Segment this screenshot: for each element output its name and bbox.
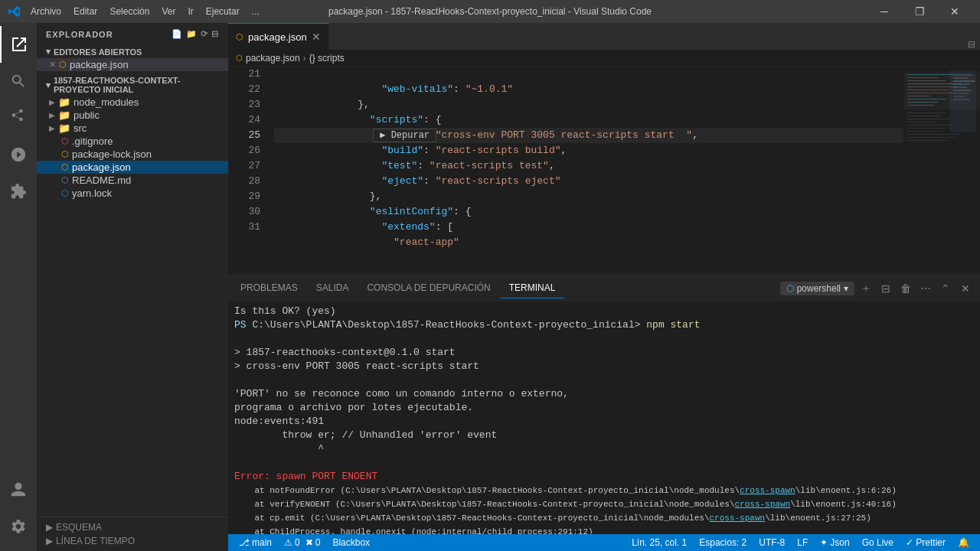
powershell-icon: ⬡: [786, 283, 794, 294]
menu-archivo[interactable]: Archivo: [24, 3, 67, 20]
svg-rect-25: [953, 77, 969, 79]
terminal-trash-icon[interactable]: 🗑: [897, 280, 914, 297]
file-git-icon: ⬡: [61, 136, 69, 146]
terminal-content[interactable]: Is this OK? (yes) PS C:\Users\PLANTA\Des…: [228, 302, 980, 534]
breadcrumb-path[interactable]: {} scripts: [309, 53, 345, 64]
tree-package-json[interactable]: ⬡ package.json: [37, 161, 228, 174]
svg-rect-19: [907, 131, 942, 132]
activity-explorer[interactable]: [0, 26, 37, 63]
close-file-icon[interactable]: ✕: [49, 60, 56, 70]
terminal-split-icon[interactable]: ⊟: [877, 280, 894, 297]
depurar-hover[interactable]: ▶ Depurar: [373, 129, 436, 142]
svg-rect-30: [953, 93, 969, 94]
menu-editar[interactable]: Editar: [67, 3, 103, 20]
minimize-button[interactable]: ─: [867, 0, 902, 23]
file-md-icon: ⬡: [61, 175, 69, 185]
tree-package-lock[interactable]: ⬡ package-lock.json: [37, 148, 228, 161]
line-num-24: 24: [228, 112, 260, 128]
sidebar-refresh-icon[interactable]: ⟳: [201, 29, 208, 39]
editor-area: ⬡ package.json ✕ ⊟ ⬡ package.json › {} s…: [228, 23, 980, 551]
terminal-line-14: at verifyENOENT (C:\Users\PLANTA\Desktop…: [234, 497, 974, 511]
status-encoding[interactable]: UTF-8: [754, 534, 789, 551]
terminal-line-0: Is this OK? (yes): [234, 305, 974, 318]
activity-extensions[interactable]: [0, 173, 37, 210]
svg-rect-18: [907, 128, 946, 129]
error-icon: ⚠: [284, 537, 292, 548]
sidebar: EXPLORADOR 📄 📁 ⟳ ⊟ ▾ EDITORES ABIERTOS ✕…: [37, 23, 228, 551]
menu-ejecutar[interactable]: Ejecutar: [200, 3, 246, 20]
status-golive[interactable]: Go Live: [858, 534, 898, 551]
open-editors-chevron-icon: ▾: [46, 47, 51, 57]
tree-readme[interactable]: ⬡ README.md: [37, 174, 228, 187]
sidebar-schema[interactable]: ▶ ESQUEMA: [37, 520, 228, 534]
status-prettier[interactable]: ✓ Prettier: [901, 534, 950, 551]
tree-public[interactable]: ▶ 📁 public: [37, 109, 228, 122]
line-num-23: 23: [228, 97, 260, 112]
code-content[interactable]: "web-vitals": "~1.0.1" }, "scripts": { ▶…: [266, 67, 903, 274]
open-file-package-json[interactable]: ✕ ⬡ package.json: [37, 58, 228, 71]
editor-layout-icon[interactable]: ⊟: [963, 39, 980, 50]
panel: PROBLEMAS SALIDA CONSOLA DE DEPURACIÓN T…: [228, 274, 980, 534]
menu-ir[interactable]: Ir: [181, 3, 199, 20]
terminal-line-1: PS C:\Users\PLANTA\Desktop\1857-ReactHoo…: [234, 318, 974, 332]
open-editors-title[interactable]: ▾ EDITORES ABIERTOS: [37, 45, 228, 58]
activity-search[interactable]: [0, 63, 37, 99]
sidebar-timeline[interactable]: ▶ LÍNEA DE TIEMPO: [37, 534, 228, 548]
terminal-line-6: 'PORT' no se reconoce como un comando in…: [234, 387, 974, 401]
tree-gitignore[interactable]: ⬡ .gitignore: [37, 135, 228, 148]
panel-close-icon[interactable]: ✕: [957, 280, 974, 297]
sidebar-new-file-icon[interactable]: 📄: [172, 29, 183, 39]
panel-maximize-icon[interactable]: ⌃: [937, 280, 954, 297]
breadcrumb-file[interactable]: package.json: [246, 53, 300, 64]
tree-yarn-lock[interactable]: ⬡ yarn.lock: [37, 187, 228, 200]
restore-button[interactable]: ❐: [902, 0, 937, 23]
project-title[interactable]: ▾ 1857-REACTHOOKS-CONTEXT-PROYECTO INICI…: [37, 74, 228, 96]
status-spaces[interactable]: Espacios: 2: [694, 534, 751, 551]
activity-accounts[interactable]: [0, 471, 37, 508]
minimap: [903, 67, 980, 274]
svg-rect-15: [907, 119, 949, 119]
tabs-bar: ⬡ package.json ✕ ⊟: [228, 23, 980, 50]
json-icon-status: ✦: [820, 537, 828, 548]
terminal-line-3: > 1857-reacthooks-context@0.1.0 start: [234, 346, 974, 360]
title-bar-menus: Archivo Editar Selección Ver Ir Ejecutar…: [24, 3, 266, 20]
tab-close-icon[interactable]: ✕: [312, 31, 321, 43]
terminal-line-7: programa o archivo por lotes ejecutable.: [234, 401, 974, 415]
close-button[interactable]: ✕: [937, 0, 972, 23]
tab-salida[interactable]: SALIDA: [307, 278, 358, 298]
terminal-line-10: ^: [234, 442, 974, 456]
sidebar-header: EXPLORADOR 📄 📁 ⟳ ⊟: [37, 23, 228, 42]
status-language[interactable]: ✦ Json: [815, 534, 854, 551]
tab-terminal[interactable]: TERMINAL: [500, 278, 565, 298]
menu-ver[interactable]: Ver: [155, 3, 181, 20]
status-notification[interactable]: 🔔: [953, 534, 974, 551]
activity-source-control[interactable]: [0, 99, 37, 136]
activity-run-debug[interactable]: [0, 136, 37, 173]
terminal-add-icon[interactable]: ＋: [858, 280, 874, 297]
terminal-line-16: at ChildProcess._handle.onexit (node:int…: [234, 525, 974, 534]
menu-more[interactable]: ...: [246, 3, 266, 20]
status-branch[interactable]: ⎇ main: [234, 534, 276, 551]
menu-seleccion[interactable]: Selección: [103, 3, 155, 20]
tree-node-modules[interactable]: ▶ 📁 node_modules: [37, 96, 228, 109]
vscode-logo-icon: [8, 5, 20, 18]
code-editor[interactable]: 21 22 23 24 25 26 27 28 29 30 31: [228, 67, 980, 274]
svg-rect-28: [953, 86, 967, 88]
tab-problemas[interactable]: PROBLEMAS: [231, 278, 307, 298]
status-blackbox[interactable]: Blackbox: [328, 534, 374, 551]
status-eol[interactable]: LF: [792, 534, 812, 551]
folder-arrow-icon: ▶: [49, 98, 55, 106]
tab-package-json[interactable]: ⬡ package.json ✕: [228, 23, 329, 50]
status-errors[interactable]: ⚠ 0 ✖ 0: [279, 534, 325, 551]
sidebar-new-folder-icon[interactable]: 📁: [186, 29, 198, 39]
line-num-22: 22: [228, 82, 260, 97]
panel-more-icon[interactable]: ⋯: [917, 280, 934, 297]
activity-settings[interactable]: [0, 508, 37, 545]
sidebar-collapse-icon[interactable]: ⊟: [211, 29, 219, 39]
tree-src[interactable]: ▶ 📁 src: [37, 122, 228, 135]
status-cursor[interactable]: Lín. 25, col. 1: [627, 534, 691, 551]
line-num-25: 25: [228, 128, 260, 143]
svg-rect-23: [949, 70, 976, 132]
tab-consola-depuracion[interactable]: CONSOLA DE DEPURACIÓN: [358, 278, 499, 298]
terminal-shell-selector[interactable]: ⬡ powershell ▾: [780, 282, 854, 295]
